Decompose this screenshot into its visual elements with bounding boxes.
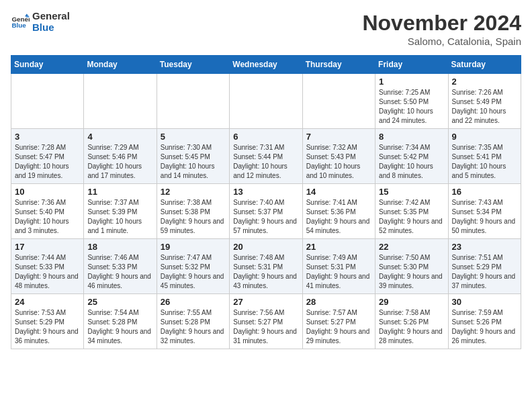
calendar-header: SundayMondayTuesdayWednesdayThursdayFrid…: [11, 56, 521, 74]
day-info: Sunrise: 7:38 AM Sunset: 5:38 PM Dayligh…: [161, 198, 226, 236]
calendar-cell: 12Sunrise: 7:38 AM Sunset: 5:38 PM Dayli…: [157, 184, 229, 239]
calendar-cell: 29Sunrise: 7:58 AM Sunset: 5:26 PM Dayli…: [375, 294, 448, 349]
calendar-cell: [302, 74, 375, 129]
day-info: Sunrise: 7:40 AM Sunset: 5:37 PM Dayligh…: [233, 198, 298, 236]
calendar-cell: [84, 74, 157, 129]
day-number: 16: [452, 187, 517, 197]
day-info: Sunrise: 7:54 AM Sunset: 5:28 PM Dayligh…: [87, 308, 152, 346]
day-number: 15: [379, 187, 444, 197]
weekday-header-monday: Monday: [84, 56, 157, 74]
day-number: 30: [452, 297, 517, 307]
calendar-cell: 6Sunrise: 7:31 AM Sunset: 5:44 PM Daylig…: [230, 129, 302, 184]
calendar-cell: [230, 74, 302, 129]
calendar-week-2: 3Sunrise: 7:28 AM Sunset: 5:47 PM Daylig…: [11, 129, 521, 184]
day-info: Sunrise: 7:32 AM Sunset: 5:43 PM Dayligh…: [306, 143, 371, 181]
day-number: 26: [161, 297, 226, 307]
day-info: Sunrise: 7:28 AM Sunset: 5:47 PM Dayligh…: [15, 143, 80, 181]
calendar-cell: 11Sunrise: 7:37 AM Sunset: 5:39 PM Dayli…: [84, 184, 157, 239]
day-info: Sunrise: 7:25 AM Sunset: 5:50 PM Dayligh…: [379, 88, 444, 126]
day-number: 3: [15, 132, 80, 142]
day-number: 1: [379, 77, 444, 87]
calendar-cell: 21Sunrise: 7:49 AM Sunset: 5:31 PM Dayli…: [302, 239, 375, 294]
day-info: Sunrise: 7:44 AM Sunset: 5:33 PM Dayligh…: [15, 253, 80, 291]
weekday-header-thursday: Thursday: [302, 56, 375, 74]
day-number: 6: [233, 132, 298, 142]
calendar-cell: [11, 74, 84, 129]
weekday-header-row: SundayMondayTuesdayWednesdayThursdayFrid…: [11, 56, 521, 74]
day-info: Sunrise: 7:30 AM Sunset: 5:45 PM Dayligh…: [161, 143, 226, 181]
calendar-cell: 14Sunrise: 7:41 AM Sunset: 5:36 PM Dayli…: [302, 184, 375, 239]
day-info: Sunrise: 7:26 AM Sunset: 5:49 PM Dayligh…: [452, 88, 517, 126]
calendar-cell: 8Sunrise: 7:34 AM Sunset: 5:42 PM Daylig…: [375, 129, 448, 184]
day-info: Sunrise: 7:53 AM Sunset: 5:29 PM Dayligh…: [15, 308, 80, 346]
calendar-cell: 15Sunrise: 7:42 AM Sunset: 5:35 PM Dayli…: [375, 184, 448, 239]
calendar-cell: 17Sunrise: 7:44 AM Sunset: 5:33 PM Dayli…: [11, 239, 84, 294]
calendar-cell: 5Sunrise: 7:30 AM Sunset: 5:45 PM Daylig…: [157, 129, 229, 184]
day-info: Sunrise: 7:58 AM Sunset: 5:26 PM Dayligh…: [379, 308, 444, 346]
calendar-cell: 19Sunrise: 7:47 AM Sunset: 5:32 PM Dayli…: [157, 239, 229, 294]
weekday-header-sunday: Sunday: [11, 56, 84, 74]
calendar-cell: 27Sunrise: 7:56 AM Sunset: 5:27 PM Dayli…: [230, 294, 302, 349]
day-info: Sunrise: 7:55 AM Sunset: 5:28 PM Dayligh…: [161, 308, 226, 346]
day-info: Sunrise: 7:37 AM Sunset: 5:39 PM Dayligh…: [87, 198, 152, 236]
day-info: Sunrise: 7:42 AM Sunset: 5:35 PM Dayligh…: [379, 198, 444, 236]
day-number: 8: [379, 132, 444, 142]
calendar-cell: 2Sunrise: 7:26 AM Sunset: 5:49 PM Daylig…: [448, 74, 521, 129]
calendar-cell: 4Sunrise: 7:29 AM Sunset: 5:46 PM Daylig…: [84, 129, 157, 184]
day-number: 19: [161, 242, 226, 252]
weekday-header-friday: Friday: [375, 56, 448, 74]
header: General Blue General Blue November 2024 …: [11, 11, 521, 47]
day-info: Sunrise: 7:51 AM Sunset: 5:29 PM Dayligh…: [452, 253, 517, 291]
day-info: Sunrise: 7:48 AM Sunset: 5:31 PM Dayligh…: [233, 253, 298, 291]
calendar-table: SundayMondayTuesdayWednesdayThursdayFrid…: [11, 55, 521, 349]
calendar-cell: 7Sunrise: 7:32 AM Sunset: 5:43 PM Daylig…: [302, 129, 375, 184]
day-number: 18: [87, 242, 152, 252]
calendar-cell: 28Sunrise: 7:57 AM Sunset: 5:27 PM Dayli…: [302, 294, 375, 349]
day-info: Sunrise: 7:34 AM Sunset: 5:42 PM Dayligh…: [379, 143, 444, 181]
calendar-cell: 10Sunrise: 7:36 AM Sunset: 5:40 PM Dayli…: [11, 184, 84, 239]
day-number: 29: [379, 297, 444, 307]
day-info: Sunrise: 7:36 AM Sunset: 5:40 PM Dayligh…: [15, 198, 80, 236]
calendar-cell: 3Sunrise: 7:28 AM Sunset: 5:47 PM Daylig…: [11, 129, 84, 184]
day-number: 28: [306, 297, 371, 307]
day-info: Sunrise: 7:35 AM Sunset: 5:41 PM Dayligh…: [452, 143, 517, 181]
weekday-header-tuesday: Tuesday: [157, 56, 229, 74]
logo: General Blue General Blue: [11, 11, 70, 33]
day-number: 9: [452, 132, 517, 142]
svg-text:Blue: Blue: [11, 21, 26, 29]
calendar-cell: [157, 74, 229, 129]
day-number: 2: [452, 77, 517, 87]
day-info: Sunrise: 7:56 AM Sunset: 5:27 PM Dayligh…: [233, 308, 298, 346]
day-number: 7: [306, 132, 371, 142]
calendar-cell: 25Sunrise: 7:54 AM Sunset: 5:28 PM Dayli…: [84, 294, 157, 349]
logo-general: General: [32, 11, 70, 22]
weekday-header-wednesday: Wednesday: [230, 56, 302, 74]
day-number: 10: [15, 187, 80, 197]
day-number: 22: [379, 242, 444, 252]
day-number: 17: [15, 242, 80, 252]
day-number: 5: [161, 132, 226, 142]
calendar-week-4: 17Sunrise: 7:44 AM Sunset: 5:33 PM Dayli…: [11, 239, 521, 294]
day-info: Sunrise: 7:46 AM Sunset: 5:33 PM Dayligh…: [87, 253, 152, 291]
day-info: Sunrise: 7:50 AM Sunset: 5:30 PM Dayligh…: [379, 253, 444, 291]
day-number: 11: [87, 187, 152, 197]
location: Salomo, Catalonia, Spain: [362, 36, 521, 47]
day-info: Sunrise: 7:57 AM Sunset: 5:27 PM Dayligh…: [306, 308, 371, 346]
calendar-body: 1Sunrise: 7:25 AM Sunset: 5:50 PM Daylig…: [11, 74, 521, 349]
weekday-header-saturday: Saturday: [448, 56, 521, 74]
calendar-cell: 22Sunrise: 7:50 AM Sunset: 5:30 PM Dayli…: [375, 239, 448, 294]
logo-blue: Blue: [32, 22, 70, 34]
calendar-week-5: 24Sunrise: 7:53 AM Sunset: 5:29 PM Dayli…: [11, 294, 521, 349]
day-info: Sunrise: 7:43 AM Sunset: 5:34 PM Dayligh…: [452, 198, 517, 236]
day-number: 13: [233, 187, 298, 197]
title-area: November 2024 Salomo, Catalonia, Spain: [362, 11, 521, 47]
calendar-cell: 24Sunrise: 7:53 AM Sunset: 5:29 PM Dayli…: [11, 294, 84, 349]
calendar-cell: 30Sunrise: 7:59 AM Sunset: 5:26 PM Dayli…: [448, 294, 521, 349]
day-number: 25: [87, 297, 152, 307]
day-number: 12: [161, 187, 226, 197]
calendar-week-1: 1Sunrise: 7:25 AM Sunset: 5:50 PM Daylig…: [11, 74, 521, 129]
month-title: November 2024: [362, 11, 521, 36]
day-info: Sunrise: 7:59 AM Sunset: 5:26 PM Dayligh…: [452, 308, 517, 346]
day-number: 4: [87, 132, 152, 142]
day-info: Sunrise: 7:31 AM Sunset: 5:44 PM Dayligh…: [233, 143, 298, 181]
